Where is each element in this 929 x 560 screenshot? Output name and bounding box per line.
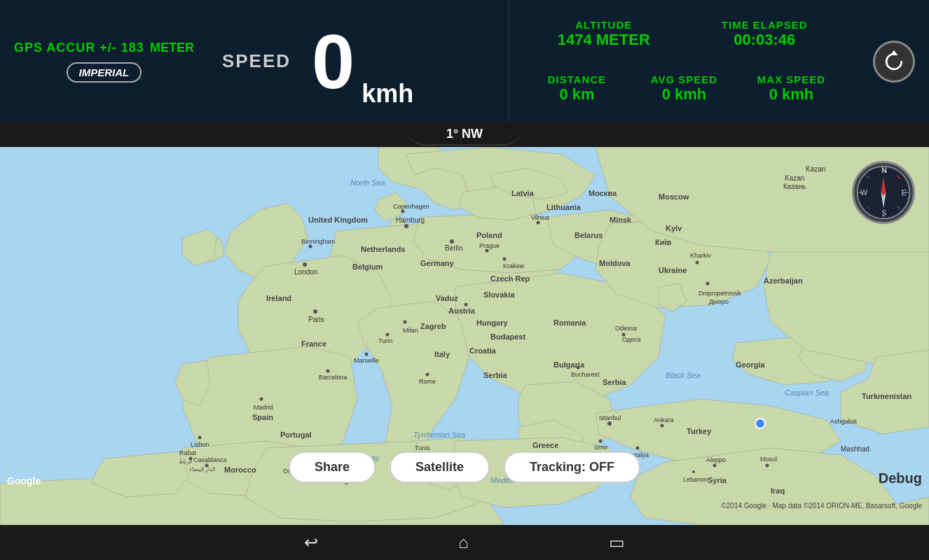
svg-text:Greece: Greece: [532, 441, 558, 449]
svg-text:Azerbaijan: Azerbaijan: [764, 276, 803, 285]
svg-point-60: [260, 398, 263, 401]
svg-point-114: [692, 470, 695, 473]
tracking-button[interactable]: Tracking: OFF: [504, 451, 640, 483]
copyright-text: ©2014 Google · Map data ©2014 ORION-ME, …: [721, 502, 922, 510]
time-elapsed-block: TIME ELAPSED 00:03:46: [712, 19, 817, 49]
svg-text:Ashgabat: Ashgabat: [830, 418, 858, 425]
svg-text:Spain: Spain: [252, 413, 273, 421]
speed-label: SPEED: [222, 50, 291, 72]
svg-text:Odessa: Odessa: [615, 325, 637, 332]
svg-text:Kharkiv: Kharkiv: [690, 252, 712, 259]
speed-value: 0: [312, 23, 355, 100]
satellite-button[interactable]: Satellite: [390, 451, 490, 483]
svg-point-88: [537, 221, 540, 225]
avg-speed-label: AVG SPEED: [632, 74, 737, 85]
svg-text:Istanbul: Istanbul: [599, 414, 621, 421]
svg-text:Germany: Germany: [420, 259, 455, 267]
svg-text:Belgium: Belgium: [352, 262, 383, 271]
svg-point-64: [404, 321, 407, 324]
svg-text:İzmir: İzmir: [594, 444, 608, 451]
svg-text:Czech Rep: Czech Rep: [490, 274, 530, 283]
svg-text:Одеса: Одеса: [622, 336, 641, 343]
svg-text:Latvia: Latvia: [511, 189, 535, 197]
gps-info-section: GPS ACCUR +/- 183 METER IMPERIAL: [0, 0, 208, 122]
svg-text:Marseille: Marseille: [354, 357, 379, 364]
svg-text:London: London: [294, 268, 317, 276]
reset-button[interactable]: [873, 41, 915, 83]
direction-indicator: 1° NW: [404, 124, 525, 146]
svg-text:Barcelona: Barcelona: [319, 374, 347, 381]
svg-text:S: S: [881, 209, 886, 217]
imperial-button[interactable]: IMPERIAL: [67, 62, 142, 83]
menu-button[interactable]: ▭: [609, 533, 625, 552]
svg-point-75: [607, 421, 612, 426]
svg-text:Black Sea: Black Sea: [666, 371, 701, 379]
svg-text:الدار البيضاء: الدار البيضاء: [189, 466, 215, 472]
avg-speed-value: 0 kmh: [632, 85, 737, 104]
svg-text:Belarus: Belarus: [574, 231, 603, 239]
meter-label: METER: [150, 41, 194, 55]
svg-point-56: [503, 258, 507, 261]
svg-point-54: [486, 249, 489, 253]
svg-point-46: [450, 239, 454, 244]
svg-point-70: [365, 353, 369, 356]
svg-text:Ankara: Ankara: [654, 416, 674, 424]
svg-text:Dnipropetrovsk: Dnipropetrovsk: [699, 290, 741, 297]
svg-text:Poland: Poland: [476, 231, 502, 239]
svg-text:Berlin: Berlin: [445, 244, 463, 252]
svg-text:Дніпро: Дніпро: [709, 298, 729, 305]
svg-text:Croatia: Croatia: [469, 346, 497, 355]
svg-point-126: [755, 419, 765, 428]
max-speed-block: MAX SPEED 0 kmh: [739, 74, 844, 104]
svg-text:Mashhad: Mashhad: [841, 445, 869, 453]
svg-text:Georgia: Georgia: [736, 360, 765, 369]
distance-label: DISTANCE: [525, 74, 630, 85]
svg-text:Lisbon: Lisbon: [191, 441, 209, 448]
svg-text:Minsk: Minsk: [610, 216, 632, 224]
svg-point-108: [713, 464, 717, 468]
svg-point-82: [706, 282, 710, 286]
home-button[interactable]: ⌂: [458, 533, 469, 552]
svg-text:France: France: [301, 340, 326, 348]
svg-text:Lebanon: Lebanon: [683, 476, 708, 483]
map-container[interactable]: France Germany Spain Italy Romania Ukrai…: [0, 147, 929, 525]
share-button[interactable]: Share: [289, 451, 376, 483]
svg-text:الرباط: الرباط: [179, 458, 192, 465]
svg-text:Moscow: Moscow: [659, 192, 689, 201]
svg-text:Prague: Prague: [479, 242, 500, 249]
distance-value: 0 km: [525, 85, 630, 104]
gps-label: GPS ACCUR +/- 183: [14, 41, 144, 55]
back-button[interactable]: ↩: [304, 533, 318, 552]
svg-text:Syria: Syria: [708, 476, 727, 484]
svg-text:Ukraine: Ukraine: [659, 266, 687, 274]
svg-text:Casablanca: Casablanca: [193, 456, 227, 463]
direction-bar: 1° NW: [0, 122, 929, 147]
svg-text:Portugal: Portugal: [280, 430, 312, 439]
svg-text:Madrid: Madrid: [254, 404, 273, 411]
svg-point-80: [696, 261, 699, 265]
svg-text:Netherlands: Netherlands: [361, 245, 406, 253]
svg-text:United Kingdom: United Kingdom: [308, 216, 368, 224]
svg-text:Turkey: Turkey: [687, 427, 712, 435]
time-elapsed-label: TIME ELAPSED: [712, 19, 817, 31]
altitude-label: ALTITUDE: [551, 19, 656, 31]
svg-text:Tyrrhenian Sea: Tyrrhenian Sea: [413, 430, 465, 439]
svg-text:Lithuania: Lithuania: [546, 203, 582, 211]
svg-text:Turin: Turin: [378, 337, 392, 344]
debug-label: Debug: [879, 470, 922, 486]
svg-point-44: [313, 309, 317, 314]
svg-point-72: [464, 303, 468, 307]
svg-text:Morocco: Morocco: [224, 465, 256, 474]
svg-text:Hungary: Hungary: [476, 318, 509, 327]
bearing-text: 1° NW: [446, 127, 483, 141]
distance-block: DISTANCE 0 km: [525, 74, 630, 104]
svg-point-48: [404, 224, 408, 228]
svg-text:Birmingham: Birmingham: [301, 238, 335, 245]
speed-unit: kmh: [362, 79, 413, 108]
svg-text:Bucharest: Bucharest: [571, 371, 600, 378]
max-speed-value: 0 kmh: [739, 85, 844, 104]
svg-text:Slovakia: Slovakia: [483, 290, 516, 299]
svg-text:Serbia: Serbia: [603, 378, 627, 386]
svg-text:N: N: [881, 166, 887, 174]
svg-text:Mosul: Mosul: [760, 456, 777, 463]
